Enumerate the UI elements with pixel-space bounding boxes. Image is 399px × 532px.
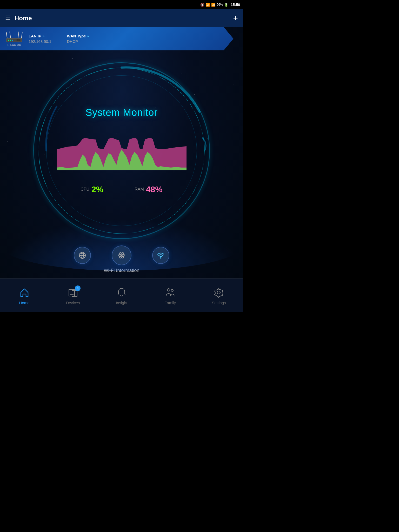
content-area: System Monitor CPU xyxy=(0,50,243,278)
globe-icon xyxy=(78,251,87,260)
insight-icon-wrap xyxy=(115,286,128,299)
router-info-bar[interactable]: RT-AX58U LAN IP » 192.168.50.1 WAN Type … xyxy=(0,27,243,50)
cpu-label: CPU xyxy=(81,187,89,192)
svg-point-47 xyxy=(171,289,173,291)
mute-icon: 🔇 xyxy=(200,3,204,7)
monitor-title: System Monitor xyxy=(85,107,158,118)
svg-point-26 xyxy=(8,39,9,41)
monitor-section: System Monitor CPU xyxy=(0,50,243,245)
nav-devices-label: Devices xyxy=(66,301,80,305)
globe-button[interactable] xyxy=(74,247,91,264)
wan-label: WAN Type » xyxy=(67,34,89,38)
ram-label: RAM xyxy=(135,187,144,192)
cpu-value: 2% xyxy=(91,185,103,194)
settings-icon xyxy=(213,287,224,298)
bottom-section: Wi-Fi Information xyxy=(0,245,243,278)
devices-icon-wrap: 4 xyxy=(66,286,79,299)
ram-stat: RAM 48% xyxy=(135,185,163,194)
stats-row: CPU 2% RAM 48% xyxy=(81,185,163,194)
nav-home[interactable]: Home xyxy=(0,286,49,305)
wan-info: WAN Type » DHCP xyxy=(67,34,89,44)
add-button[interactable]: + xyxy=(233,14,238,22)
lan-chevron-icon[interactable]: » xyxy=(42,34,44,38)
nav-family-label: Family xyxy=(164,301,176,305)
svg-point-41 xyxy=(160,257,162,259)
svg-rect-30 xyxy=(18,39,20,41)
svg-point-37 xyxy=(121,254,122,256)
page-title: Home xyxy=(15,15,32,22)
hamburger-menu-icon[interactable]: ☰ xyxy=(5,15,10,22)
monitor-inner: System Monitor CPU xyxy=(46,75,197,226)
cpu-stat: CPU 2% xyxy=(81,185,103,194)
status-bar: 🔇 📶 📶 96% 🔋 15:50 xyxy=(0,0,243,9)
family-icon xyxy=(164,287,176,298)
router-info: LAN IP » 192.168.50.1 WAN Type » DHCP xyxy=(29,34,89,44)
atom-icon xyxy=(117,251,126,260)
system-chart xyxy=(57,123,187,181)
nav-settings[interactable]: Settings xyxy=(195,286,243,305)
wan-value: DHCP xyxy=(67,39,89,44)
header-left: ☰ Home xyxy=(5,15,32,22)
home-icon xyxy=(19,287,30,298)
battery-icon: 🔋 xyxy=(224,3,228,7)
ram-value: 48% xyxy=(146,185,163,194)
battery-percent: 96% xyxy=(217,3,223,6)
svg-rect-29 xyxy=(17,39,18,41)
nav-home-label: Home xyxy=(19,301,30,305)
wifi-button[interactable] xyxy=(152,247,169,264)
lan-info: LAN IP » 192.168.50.1 xyxy=(29,34,51,44)
svg-point-46 xyxy=(167,289,170,291)
devices-badge: 4 xyxy=(75,285,81,291)
nav-settings-label: Settings xyxy=(212,301,226,305)
bottom-nav: Home 4 Devices Insight xyxy=(0,278,243,312)
router-icon xyxy=(5,31,23,43)
icons-row xyxy=(74,245,169,265)
wifi-icon xyxy=(157,251,165,260)
circle-container: System Monitor CPU xyxy=(31,60,212,242)
signal-icon: 📶 xyxy=(211,3,215,7)
router-name: RT-AX58U xyxy=(8,43,21,46)
lan-label: LAN IP » xyxy=(29,34,51,38)
status-time: 15:50 xyxy=(231,3,240,7)
family-icon-wrap xyxy=(164,286,177,299)
nav-insight[interactable]: Insight xyxy=(97,286,146,305)
status-icons: 🔇 📶 📶 96% 🔋 15:50 xyxy=(200,3,240,7)
settings-icon-wrap xyxy=(212,286,225,299)
wifi-status-icon: 📶 xyxy=(206,3,210,7)
chart-area xyxy=(57,123,187,181)
svg-point-28 xyxy=(12,39,13,41)
router-center-button[interactable] xyxy=(112,245,131,265)
router-icon-area: RT-AX58U xyxy=(5,31,23,46)
insight-icon xyxy=(116,287,127,298)
header: ☰ Home + xyxy=(0,9,243,27)
nav-devices[interactable]: 4 Devices xyxy=(49,286,97,305)
svg-point-27 xyxy=(10,39,11,41)
home-icon-wrap xyxy=(18,286,31,299)
nav-family[interactable]: Family xyxy=(146,286,195,305)
nav-insight-label: Insight xyxy=(116,301,127,305)
lan-value: 192.168.50.1 xyxy=(29,39,51,44)
wan-chevron-icon[interactable]: » xyxy=(87,34,89,38)
svg-point-48 xyxy=(217,291,220,294)
